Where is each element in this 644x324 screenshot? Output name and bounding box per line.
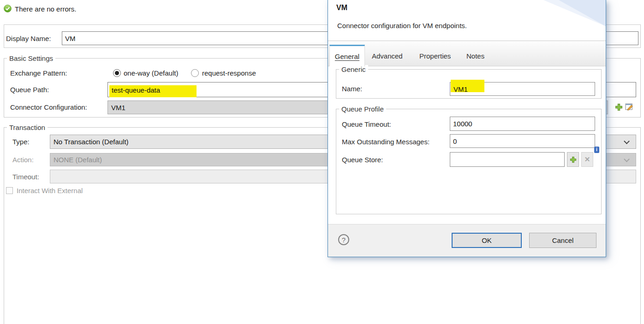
transaction-type-value: No Transaction (Default) (54, 138, 129, 146)
queue-store-add-button[interactable] (567, 152, 579, 167)
queue-store-input[interactable] (450, 152, 565, 167)
properties-editor: There are no errors. Display Name: Basic… (0, 0, 644, 324)
display-name-label: Display Name: (6, 35, 51, 43)
add-connector-config-icon[interactable] (615, 103, 623, 111)
queue-path-value: test-queue-data (112, 86, 160, 94)
radio-request-response[interactable] (191, 69, 199, 77)
ok-button[interactable]: OK (452, 233, 522, 248)
connector-configuration-label: Connector Configuration: (10, 103, 87, 112)
tab-notes[interactable]: Notes (466, 52, 484, 60)
queue-store-remove-button: ✕ (581, 152, 593, 167)
dialog-title: VM (336, 4, 347, 12)
tab-general[interactable]: General (329, 45, 365, 66)
help-icon[interactable]: ? (338, 234, 349, 245)
transaction-title: Transaction (7, 123, 48, 132)
vm-config-dialog: VM Connector configuration for VM endpoi… (328, 0, 606, 257)
transaction-timeout-label: Timeout: (12, 173, 39, 181)
info-icon: i (594, 147, 599, 153)
header-decoration-wedge (537, 0, 606, 29)
name-input[interactable]: VM1 (450, 82, 595, 96)
tab-properties[interactable]: Properties (419, 52, 451, 60)
radio-request-response-label[interactable]: request-response (202, 69, 256, 77)
interact-with-external-checkbox (6, 187, 13, 194)
radio-one-way[interactable] (113, 69, 121, 77)
transaction-action-value: NONE (Default) (54, 156, 102, 164)
name-label: Name: (342, 85, 362, 93)
interact-with-external-label: Interact With External (17, 187, 83, 195)
queue-store-label: Queue Store: (342, 156, 383, 164)
no-errors-check-icon (4, 5, 12, 12)
plus-icon (570, 156, 577, 163)
radio-one-way-label[interactable]: one-way (Default) (124, 69, 178, 77)
queue-timeout-label: Queue Timeout: (342, 120, 391, 129)
queue-timeout-input[interactable] (450, 117, 595, 131)
transaction-action-label: Action: (12, 156, 34, 164)
queue-profile-title: Queue Profile (339, 105, 386, 113)
tab-advanced[interactable]: Advanced (372, 52, 403, 60)
max-outstanding-messages-label: Max Outstanding Messages: (342, 138, 429, 146)
connector-configuration-value: VM1 (111, 104, 125, 112)
cancel-button[interactable]: Cancel (529, 233, 596, 248)
name-value: VM1 (453, 85, 468, 94)
dialog-description: Connector configuration for VM endpoints… (337, 22, 467, 29)
basic-settings-title: Basic Settings (7, 54, 55, 63)
remove-icon: ✕ (584, 155, 590, 164)
max-outstanding-messages-input[interactable] (450, 134, 595, 148)
edit-connector-config-icon[interactable] (625, 102, 634, 111)
exchange-pattern-label: Exchange Pattern: (10, 69, 67, 77)
status-message: There are no errors. (15, 5, 76, 13)
transaction-type-label: Type: (12, 138, 30, 146)
queue-path-label: Queue Path: (10, 86, 49, 94)
